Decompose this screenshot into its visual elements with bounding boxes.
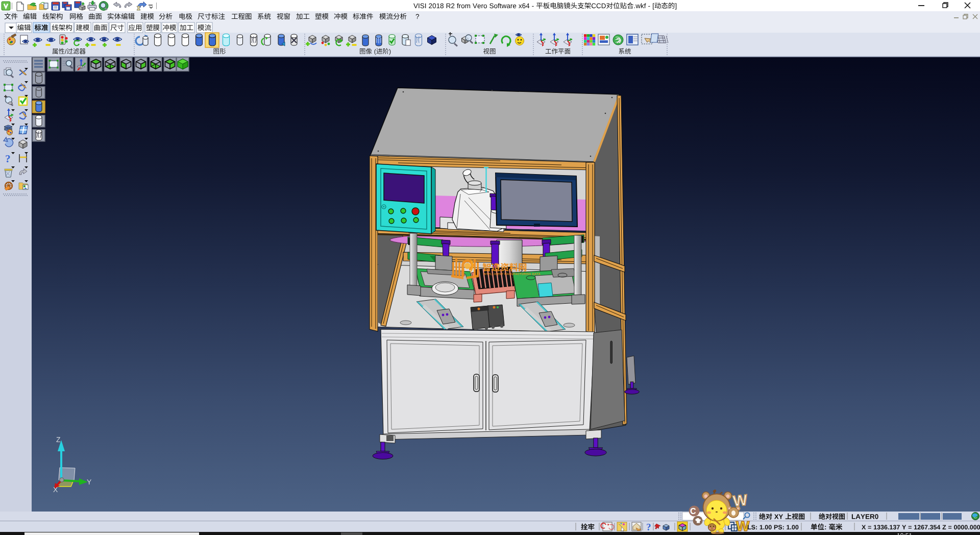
svg-text:W: W: [732, 491, 748, 509]
svg-text:C: C: [690, 507, 696, 516]
svg-text:?: ?: [5, 153, 11, 165]
svg-text:?: ?: [646, 522, 651, 532]
